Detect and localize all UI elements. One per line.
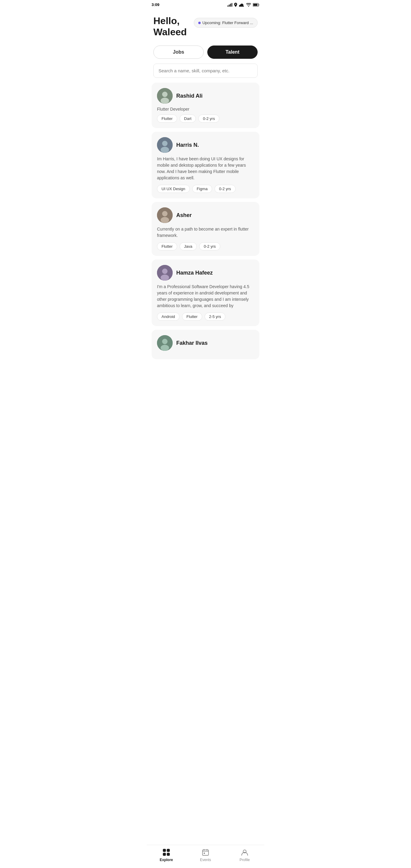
svg-rect-21: [163, 849, 166, 852]
talent-bio-4: I'm a Professional Software Developer ha…: [157, 284, 254, 309]
svg-point-20: [161, 345, 169, 351]
search-input-wrapper: [153, 64, 258, 78]
svg-point-14: [161, 217, 169, 223]
tag: 2-5 yrs: [204, 313, 226, 321]
svg-point-19: [162, 339, 167, 344]
svg-rect-3: [232, 3, 232, 7]
svg-rect-2: [230, 4, 231, 7]
talent-tags-2: UI UX Design Figma 0-2 yrs: [157, 185, 254, 193]
greeting-name: Waleed: [153, 27, 187, 38]
nav-explore[interactable]: Explore: [147, 848, 186, 862]
greeting-block: Hello, Waleed: [153, 16, 187, 38]
status-bar: 3:09: [147, 0, 264, 9]
talent-name-3: Asher: [176, 212, 192, 218]
talent-list: Rashid Ali Flutter Developer Flutter Dar…: [147, 83, 264, 390]
cloud-icon: [239, 3, 244, 7]
upcoming-badge-text: Upcoming: Flutter Forward ...: [202, 21, 253, 25]
talent-card-5[interactable]: Fakhar Ilvas: [152, 330, 259, 359]
wifi-icon: [246, 3, 251, 7]
search-section: [147, 64, 264, 83]
tag: 0-2 yrs: [199, 242, 220, 250]
talent-card-2[interactable]: Harris N. Im Harris, I have been doing U…: [152, 132, 259, 198]
talent-name-4: Hamza Hafeez: [176, 270, 213, 276]
talent-card-header-3: Asher: [157, 207, 254, 223]
tag: Java: [180, 242, 197, 250]
tag: Flutter: [157, 242, 177, 250]
svg-rect-25: [202, 850, 209, 855]
status-time: 3:09: [152, 2, 159, 7]
talent-name-1: Rashid Ali: [176, 93, 202, 99]
nav-events[interactable]: Events: [186, 848, 225, 862]
events-icon: [201, 848, 210, 857]
tag: UI UX Design: [157, 185, 190, 193]
explore-icon: [162, 848, 170, 857]
talent-tags-1: Flutter Dart 0-2 yrs: [157, 115, 254, 123]
svg-rect-23: [163, 853, 166, 856]
tag: Android: [157, 313, 180, 321]
svg-point-11: [161, 147, 169, 153]
bottom-nav: Explore Events Profile: [147, 845, 264, 868]
talent-tags-4: Android Flutter 2-5 yrs: [157, 313, 254, 321]
svg-rect-1: [229, 4, 230, 7]
tag: 0-2 yrs: [215, 185, 235, 193]
talent-card-header-4: Hamza Hafeez: [157, 265, 254, 281]
tag: Flutter: [182, 313, 202, 321]
avatar-4: [157, 265, 173, 281]
tag: 0-2 yrs: [198, 115, 219, 123]
svg-rect-0: [227, 5, 228, 7]
talent-tags-3: Flutter Java 0-2 yrs: [157, 242, 254, 250]
svg-rect-24: [167, 853, 170, 856]
talent-bio-3: Currently on a path to become an expert …: [157, 226, 254, 239]
talent-bio-2: Im Harris, I have been doing UI UX desig…: [157, 156, 254, 181]
nav-profile[interactable]: Profile: [225, 848, 264, 862]
nav-explore-label: Explore: [160, 858, 173, 862]
svg-rect-26: [204, 852, 205, 854]
upcoming-badge-button[interactable]: Upcoming: Flutter Forward ...: [194, 18, 258, 28]
talent-role-1: Flutter Developer: [157, 107, 254, 112]
status-icons: [227, 3, 259, 7]
tag: Flutter: [157, 115, 177, 123]
talent-card-header-5: Fakhar Ilvas: [157, 335, 254, 351]
battery-icon: [253, 3, 259, 7]
talent-name-2: Harris N.: [176, 142, 199, 148]
location-icon: [234, 3, 237, 7]
talent-card-4[interactable]: Hamza Hafeez I'm a Professional Software…: [152, 259, 259, 326]
upcoming-dot: [198, 22, 201, 24]
tag: Figma: [192, 185, 212, 193]
talent-card-header-1: Rashid Ali: [157, 88, 254, 104]
tabs-section: Jobs Talent: [147, 41, 264, 64]
signal-icon: [227, 3, 232, 7]
profile-icon: [241, 848, 249, 857]
svg-rect-5: [253, 4, 258, 6]
talent-card-header-2: Harris N.: [157, 137, 254, 153]
nav-events-label: Events: [200, 858, 211, 862]
svg-rect-22: [167, 849, 170, 852]
svg-point-7: [162, 92, 167, 97]
talent-card-1[interactable]: Rashid Ali Flutter Developer Flutter Dar…: [152, 83, 259, 128]
svg-point-13: [162, 211, 167, 216]
svg-point-17: [161, 275, 169, 281]
avatar-1: [157, 88, 173, 104]
tab-jobs[interactable]: Jobs: [153, 45, 204, 59]
talent-name-5: Fakhar Ilvas: [176, 340, 208, 346]
avatar-5: [157, 335, 173, 351]
tag: Dart: [180, 115, 196, 123]
talent-card-3[interactable]: Asher Currently on a path to become an e…: [152, 202, 259, 256]
tab-talent[interactable]: Talent: [207, 45, 258, 59]
search-input[interactable]: [153, 64, 258, 78]
avatar-3: [157, 207, 173, 223]
svg-point-10: [162, 141, 167, 146]
greeting-hello: Hello,: [153, 16, 187, 27]
avatar-2: [157, 137, 173, 153]
svg-point-8: [161, 98, 169, 104]
svg-point-16: [162, 269, 167, 274]
header-section: Hello, Waleed Upcoming: Flutter Forward …: [147, 9, 264, 41]
nav-profile-label: Profile: [240, 858, 250, 862]
